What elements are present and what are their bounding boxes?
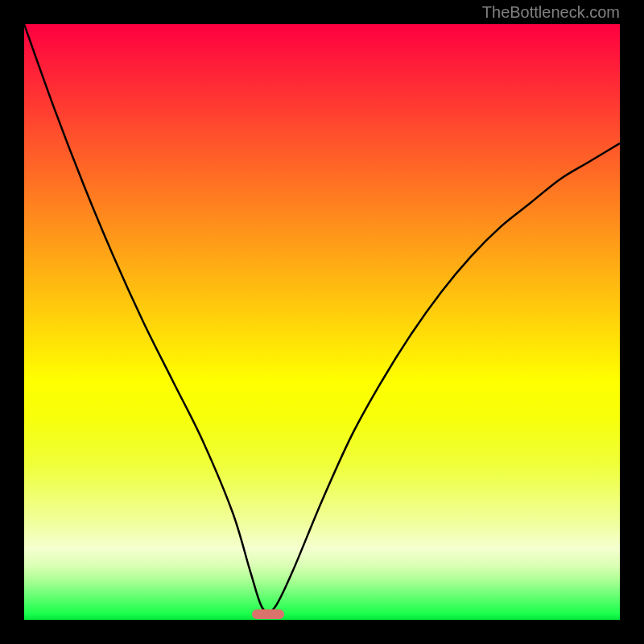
watermark-text: TheBottleneck.com — [482, 3, 620, 22]
plot-area — [24, 24, 620, 620]
chart-container: TheBottleneck.com — [0, 0, 644, 644]
curve-svg — [24, 24, 620, 620]
minimum-marker — [252, 609, 284, 619]
bottleneck-curve — [24, 24, 620, 613]
